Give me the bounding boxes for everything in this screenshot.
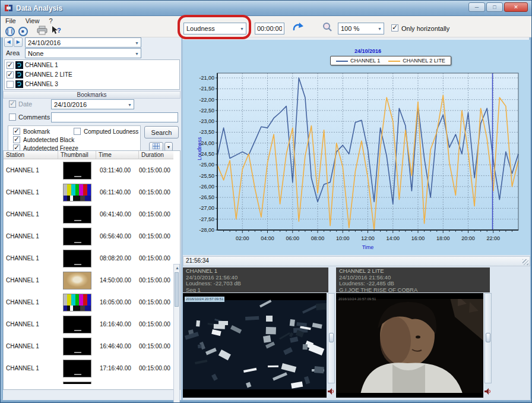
table-row[interactable]: CHANNEL 1 16:05:00.00 00:15:00.00 [4,291,173,313]
minimize-button[interactable]: ─ [468,2,485,12]
row-time: 16:05:00.00 [96,299,139,306]
thumbnail-image[interactable] [63,228,91,245]
table-row[interactable] [4,379,173,384]
grid-icon [153,143,160,150]
svg-text:16:00: 16:00 [411,235,425,241]
row-thumbnail-cell [58,206,96,223]
resize-grip-icon[interactable] [522,259,528,265]
filter-item[interactable]: Computed Loudness [74,128,138,135]
volume-slider-right[interactable] [484,293,492,383]
player-region: 21:56:34 CHANNEL 1 24/10/2016 21:56:40 L… [183,255,530,400]
table-row[interactable]: CHANNEL 1 17:16:40.00 00:15:00.00 [4,357,173,379]
row-time: 16:46:40.00 [96,343,139,350]
menu-file[interactable]: File [1,17,21,24]
column-station[interactable]: Station [4,151,58,159]
row-time: 06:56:40.00 [96,233,139,240]
row-duration: 00:15:00.00 [139,365,173,371]
thumbnail-image[interactable] [63,206,91,223]
stop-icon: ■ [18,27,28,36]
zoom-tool-button[interactable] [320,22,334,35]
bookmark-filter-checkbox[interactable] [13,128,20,135]
table-row[interactable]: CHANNEL 1 06:11:40.00 00:15:00.00 [4,181,173,203]
menu-help[interactable]: ? [44,17,57,24]
row-thumbnail-cell [58,360,96,377]
only-horizontally-checkbox[interactable] [391,24,398,32]
comments-input[interactable] [51,112,178,122]
channel-item[interactable]: CHANNEL 3 [7,80,58,88]
pause-button[interactable]: ❙❙ [4,26,15,37]
bookmark-date-dropdown[interactable]: 24/10/2016 ▼ [51,99,134,109]
svg-text:-26,00: -26,00 [199,184,214,190]
time-input[interactable] [255,23,284,34]
computed-loudness-checkbox[interactable] [74,128,81,135]
menu-view[interactable]: View [21,17,45,24]
channel-logo-icon [15,71,23,78]
bookmark-date-checkbox[interactable] [9,100,16,108]
video-player-right[interactable]: 2016/10/24 20:57:09:51 [336,293,483,398]
slider-handle[interactable] [329,333,334,342]
info-extra: Seq 1 [186,287,325,293]
print-button[interactable] [36,26,48,37]
table-row[interactable]: CHANNEL 1 06:56:40.00 00:15:00.00 [4,225,173,247]
table-row[interactable]: CHANNEL 1 06:41:40.00 00:15:00.00 [4,203,173,225]
legend-item: CHANNEL 1 [336,58,380,64]
column-time[interactable]: Time [96,151,139,159]
channel-item[interactable]: CHANNEL 1 [7,61,58,69]
context-help-button[interactable]: ? [50,26,62,37]
thumbnail-image[interactable] [63,338,91,355]
speaker-icon[interactable] [484,387,492,395]
table-row[interactable]: CHANNEL 1 03:11:40.00 00:15:00.00 [4,159,173,181]
channel-checkbox[interactable] [7,71,14,78]
maximize-button[interactable]: □ [486,2,503,12]
vertical-scrollbar[interactable]: ▲ ▼ [173,264,180,403]
thumbnail-image[interactable] [63,250,91,267]
svg-text:-21,00: -21,00 [199,75,214,81]
title-bar[interactable]: Data Analysis ─ □ ✕ [1,1,532,16]
comments-label: Comments [18,114,50,121]
stop-button[interactable]: ■ [17,26,28,37]
filter-item[interactable]: Bookmark [13,128,50,135]
table-row[interactable]: CHANNEL 1 14:50:00.00 00:15:00.00 [4,269,173,291]
refresh-button[interactable] [290,21,306,36]
metric-dropdown[interactable]: Loudness ▼ [183,23,246,34]
info-channel: CHANNEL 1 [186,268,325,275]
video-player-left[interactable]: 2016/10/24 20:57:09:51 [183,293,327,398]
scroll-up-icon[interactable]: ▲ [174,265,180,271]
column-duration[interactable]: Duration [139,151,173,159]
column-thumbnail[interactable]: Thumbnail [58,151,96,159]
row-time: 06:11:40.00 [96,189,139,196]
thumbnail-image[interactable] [63,272,91,289]
legend-line-sample [336,61,348,62]
slider-handle[interactable] [486,333,490,342]
channel-checkbox[interactable] [7,62,14,69]
bookmark-date-label: Date [18,100,32,108]
chart-panel[interactable]: 24/10/2016 CHANNEL 1CHANNEL 2 LITE Loudn… [183,40,530,255]
table-row[interactable]: CHANNEL 1 08:08:20.00 00:15:00.00 [4,247,173,269]
thumbnail-image[interactable] [63,162,91,180]
comments-checkbox[interactable] [9,114,16,121]
date-dropdown[interactable]: 24/10/2016 ▼ [25,37,141,48]
scrollbar-thumb[interactable] [175,272,179,307]
loudness-chart[interactable]: -21,00-21,50-22,00-22,50-23,00-23,50-24,… [183,40,530,255]
channel-item[interactable]: CHANNEL 2 LITE [7,71,72,78]
close-button[interactable]: ✕ [504,2,528,12]
autodetected-black-checkbox[interactable] [13,136,20,143]
table-row[interactable]: CHANNEL 1 16:16:40.00 00:15:00.00 [4,313,173,335]
area-dropdown[interactable]: None ▼ [25,48,141,58]
thumbnail-image[interactable] [63,184,91,202]
thumbnail-image[interactable] [63,294,91,311]
channel-checkbox[interactable] [7,81,14,88]
prev-day-button[interactable]: ◀ [4,37,13,47]
thumbnail-image[interactable] [63,360,91,377]
volume-slider-left[interactable] [328,293,335,383]
next-day-button[interactable]: ▶ [14,37,23,47]
svg-text:-27,50: -27,50 [199,216,214,222]
search-button[interactable]: Search [144,126,179,138]
thumbnail-image[interactable] [63,316,91,333]
speaker-icon[interactable] [327,387,335,395]
filter-item[interactable]: Autodetected Black [13,136,74,143]
zoom-level-dropdown[interactable]: 100 % ▼ [338,23,384,34]
thumbnail-image[interactable] [63,382,91,385]
table-row[interactable]: CHANNEL 1 16:46:40.00 00:15:00.00 [4,335,173,357]
timeline-bar[interactable]: 21:56:34 [183,256,530,266]
